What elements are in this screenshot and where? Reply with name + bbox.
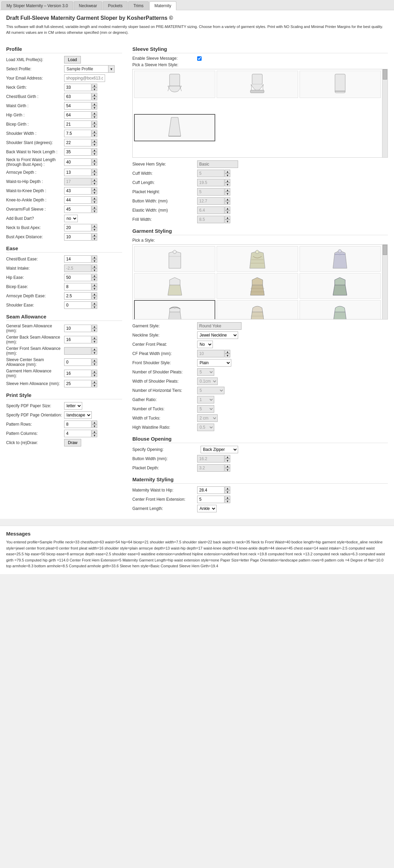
spinner-down[interactable]: ▼ xyxy=(92,87,97,91)
seam-spinner-1[interactable]: ▲▼ xyxy=(92,336,97,343)
spinner-down[interactable]: ▼ xyxy=(92,384,97,387)
measurement-input-9[interactable] xyxy=(64,169,91,176)
garment-style-8[interactable] xyxy=(217,300,298,319)
sleeve-picker-scrollbar[interactable] xyxy=(382,69,388,157)
maternity-waist-hip-spinner[interactable]: ▲ ▼ xyxy=(225,486,230,494)
spinner-up[interactable]: ▲ xyxy=(92,120,97,124)
ease-spinner-3[interactable]: ▲▼ xyxy=(92,283,97,290)
pattern-rows-spinner[interactable]: ▲ ▼ xyxy=(92,421,97,428)
sleeve-style-4[interactable] xyxy=(134,114,215,141)
measurement-spinner-8[interactable]: ▲▼ xyxy=(92,158,97,166)
garment-style-4[interactable] xyxy=(134,273,215,299)
spinner-down[interactable]: ▼ xyxy=(92,287,97,290)
enable-sleeve-message-checkbox[interactable] xyxy=(197,56,202,61)
ease-spinner-4[interactable]: ▲▼ xyxy=(92,292,97,300)
seam-input-3[interactable] xyxy=(64,358,91,366)
seam-spinner-0[interactable]: ▲▼ xyxy=(92,325,97,332)
measurement-spinner-11[interactable]: ▲▼ xyxy=(92,187,97,195)
front-shoulder-style-select[interactable]: PlainGatheredPleated xyxy=(197,359,231,367)
spinner-up[interactable]: ▲ xyxy=(92,158,97,162)
spinner-down[interactable]: ▼ xyxy=(92,106,97,110)
garment-style-9[interactable] xyxy=(300,300,381,319)
spinner-up[interactable]: ▲ xyxy=(92,93,97,97)
garment-length-select[interactable]: AnkleKneeHipTunic xyxy=(197,505,217,512)
measurement-spinner-7[interactable]: ▲▼ xyxy=(92,148,97,156)
spinner-up[interactable]: ▲ xyxy=(92,358,97,362)
spinner-down[interactable]: ▼ xyxy=(92,296,97,300)
pattern-cols-input[interactable] xyxy=(64,430,91,437)
sleeve-scrollbar-thumb[interactable] xyxy=(383,69,387,80)
spinner-up[interactable]: ▲ xyxy=(92,224,97,228)
spinner-up[interactable]: ▲ xyxy=(92,148,97,152)
spinner-up[interactable]: ▲ xyxy=(92,111,97,115)
garment-picker-scrollbar[interactable] xyxy=(382,245,388,319)
spinner-up[interactable]: ▲ xyxy=(92,187,97,191)
email-input[interactable] xyxy=(64,74,105,82)
pattern-rows-input[interactable] xyxy=(64,421,91,428)
ease-input-3[interactable] xyxy=(64,283,91,290)
spinner-up[interactable]: ▲ xyxy=(92,283,97,287)
spinner-down[interactable]: ▼ xyxy=(92,191,97,195)
load-button[interactable]: Load xyxy=(64,56,81,63)
spinner-up[interactable]: ▲ xyxy=(92,196,97,200)
measurement-input-2[interactable] xyxy=(64,102,91,110)
maternity-waist-hip-input[interactable] xyxy=(197,486,224,494)
spinner-down[interactable]: ▼ xyxy=(92,124,97,128)
measurement-spinner-9[interactable]: ▲▼ xyxy=(92,169,97,176)
spinner-up[interactable]: ▲ xyxy=(92,421,97,424)
orientation-select[interactable]: landscapeportrait xyxy=(64,411,92,419)
spinner-down[interactable]: ▼ xyxy=(92,362,97,366)
pattern-cols-spinner[interactable]: ▲ ▼ xyxy=(92,430,97,437)
spinner-up[interactable]: ▲ xyxy=(92,233,97,237)
spinner-down[interactable]: ▼ xyxy=(92,259,97,263)
cf-hem-extension-input[interactable] xyxy=(197,496,224,503)
measurement-input-3[interactable] xyxy=(64,111,91,119)
measurement-spinner-4[interactable]: ▲▼ xyxy=(92,120,97,128)
measurement-input-1[interactable] xyxy=(64,93,91,100)
spinner-up[interactable]: ▲ xyxy=(92,84,97,87)
spinner-down[interactable]: ▼ xyxy=(225,499,230,503)
seam-spinner-4[interactable]: ▲▼ xyxy=(92,370,97,377)
measurement-spinner-15[interactable]: ▲▼ xyxy=(92,224,97,231)
garment-style-6[interactable] xyxy=(300,273,381,299)
tab-neckwear[interactable]: Neckwear xyxy=(74,1,102,10)
spinner-up[interactable]: ▲ xyxy=(92,169,97,172)
spinner-down[interactable]: ▼ xyxy=(92,172,97,176)
spinner-down[interactable]: ▼ xyxy=(92,162,97,166)
spinner-up[interactable]: ▲ xyxy=(92,301,97,305)
measurement-input-5[interactable] xyxy=(64,130,91,137)
measurement-input-7[interactable] xyxy=(64,148,91,156)
sleeve-style-3[interactable] xyxy=(300,71,381,98)
measurement-input-15[interactable] xyxy=(64,224,91,231)
garment-style-3[interactable] xyxy=(300,246,381,272)
spinner-up[interactable]: ▲ xyxy=(225,496,230,499)
measurement-spinner-0[interactable]: ▲▼ xyxy=(92,84,97,91)
measurement-spinner-5[interactable]: ▲▼ xyxy=(92,130,97,137)
spinner-down[interactable]: ▼ xyxy=(92,328,97,332)
garment-scrollbar-thumb[interactable] xyxy=(383,245,387,255)
paper-size-select[interactable]: letterA4legal xyxy=(64,402,82,410)
spinner-down[interactable]: ▼ xyxy=(92,340,97,343)
tab-trims[interactable]: Trims xyxy=(128,1,149,10)
neckline-style-select[interactable]: Jewel NecklineV-NeckRound xyxy=(197,331,238,339)
spinner-down[interactable]: ▼ xyxy=(92,97,97,100)
seam-spinner-5[interactable]: ▲▼ xyxy=(92,380,97,387)
tab-my-sloper[interactable]: My Sloper Maternity – Version 3.0 xyxy=(1,1,73,10)
measurement-spinner-1[interactable]: ▲▼ xyxy=(92,93,97,100)
spinner-up[interactable]: ▲ xyxy=(92,205,97,209)
measurement-select-14[interactable]: no xyxy=(64,215,78,222)
ease-spinner-2[interactable]: ▲▼ xyxy=(92,274,97,281)
measurement-input-8[interactable] xyxy=(64,158,91,166)
cf-pleat-select[interactable]: NoYes xyxy=(197,341,213,348)
measurement-spinner-16[interactable]: ▲▼ xyxy=(92,233,97,241)
tab-maternity[interactable]: Maternity xyxy=(149,1,176,10)
measurement-input-16[interactable] xyxy=(64,233,91,241)
seam-input-5[interactable] xyxy=(64,380,91,387)
seam-input-4[interactable] xyxy=(64,370,91,377)
spinner-up[interactable]: ▲ xyxy=(92,430,97,433)
ease-input-4[interactable] xyxy=(64,292,91,300)
spinner-down[interactable]: ▼ xyxy=(92,209,97,213)
spinner-down[interactable]: ▼ xyxy=(92,433,97,437)
sleeve-style-1[interactable] xyxy=(134,71,215,98)
spinner-up[interactable]: ▲ xyxy=(92,380,97,384)
